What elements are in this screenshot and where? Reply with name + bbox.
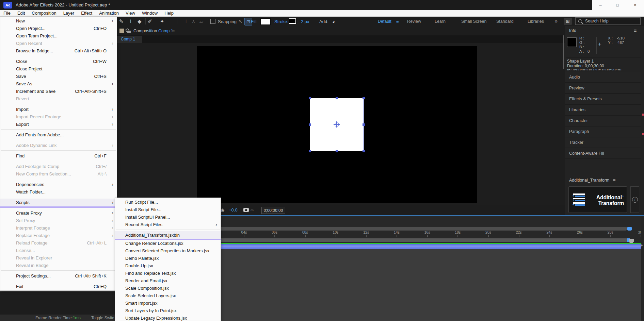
composition-name[interactable]: Comp 1 [158, 29, 173, 33]
selection-arrow-icon[interactable]: ↖ [238, 18, 243, 24]
file-menu-open-project[interactable]: Open Project... Ctrl+O [0, 24, 117, 32]
scripts-menu-install-scriptui-panel[interactable]: Install ScriptUI Panel... [115, 213, 221, 221]
file-menu-new[interactable]: New › [0, 17, 117, 24]
menubar-help[interactable]: Help [161, 10, 177, 16]
workspace-menu-icon[interactable]: ≡ [396, 19, 399, 24]
file-menu-add-footage-to-comp[interactable]: Add Footage to Comp Ctrl+/ [0, 163, 117, 170]
file-menu-revert[interactable]: Revert [0, 95, 117, 102]
menubar-layer[interactable]: Layer [60, 10, 78, 16]
file-menu-create-proxy[interactable]: Create Proxy › [0, 209, 117, 217]
file-menu-open-recent[interactable]: Open Recent › [0, 39, 117, 47]
resize-handle[interactable] [363, 150, 365, 152]
more-workspaces-icon[interactable]: » [555, 18, 558, 24]
file-menu-open-team-project[interactable]: Open Team Project... [0, 32, 117, 39]
file-menu-project-settings[interactable]: Project Settings... Ctrl+Alt+Shift+K [0, 272, 117, 280]
clone-stamp-tool-icon[interactable]: ⊥ [128, 18, 133, 24]
resize-handle[interactable] [336, 150, 338, 152]
resize-handle[interactable] [363, 123, 365, 126]
minimize-button[interactable]: – [592, 0, 609, 10]
file-menu-scripts[interactable]: Scripts › [0, 199, 117, 206]
panel-header-tracker[interactable]: Tracker [565, 137, 641, 148]
workspace-standard[interactable]: Standard [496, 19, 514, 24]
timeline-strip-icon[interactable]: ◈ [641, 243, 643, 247]
close-button[interactable]: × [627, 0, 643, 10]
workspace-learn[interactable]: Learn [435, 19, 446, 24]
tab-comp-1[interactable]: Comp 1 [117, 36, 142, 43]
scripts-menu-scale-composition-jsx[interactable]: Scale Composition.jsx [115, 284, 221, 292]
panel-grip[interactable] [119, 29, 124, 33]
search-help-box[interactable] [575, 17, 641, 25]
resize-handle[interactable] [309, 150, 311, 152]
scripts-menu-double-up-jsx[interactable]: Double-Up.jsx [115, 262, 221, 269]
file-menu-license[interactable]: License... [0, 247, 117, 254]
file-menu-reveal-in-bridge[interactable]: Reveal in Bridge [0, 261, 117, 269]
eraser-tool-icon[interactable]: ◆ [138, 18, 142, 24]
file-menu-find[interactable]: Find Ctrl+F [0, 152, 117, 159]
file-menu-new-comp-from-selection[interactable]: New Comp from Selection... Alt+\ [0, 170, 117, 178]
panel-menu-icon[interactable]: ≡ [172, 28, 175, 34]
file-menu-save[interactable]: Save Ctrl+S [0, 72, 117, 80]
workspace-review[interactable]: Review [407, 19, 421, 24]
menubar-view[interactable]: View [122, 10, 139, 16]
workspace-default[interactable]: Default [378, 19, 391, 24]
work-area-bar[interactable] [184, 238, 627, 242]
scripts-menu-demo-palette-jsx[interactable]: Demo Palette.jsx [115, 254, 221, 262]
file-menu-interpret-footage[interactable]: Interpret Footage › [0, 224, 117, 232]
file-menu-reveal-in-explorer[interactable]: Reveal in Explorer [0, 254, 117, 261]
workspace-small-screen[interactable]: Small Screen [461, 19, 486, 24]
puppet-pin-tool-icon[interactable]: ✦ [160, 18, 164, 24]
scripts-menu-change-render-locations-jsx[interactable]: Change Render Locations.jsx [115, 239, 221, 247]
file-menu-increment-and-save[interactable]: Increment and Save Ctrl+Alt+Shift+S [0, 87, 117, 95]
panel-header-paragraph[interactable]: Paragraph [565, 126, 641, 137]
unlock-icon[interactable] [127, 31, 131, 33]
plugin-menu-icon[interactable]: ≡ [613, 178, 615, 183]
file-menu-replace-footage[interactable]: Replace Footage › [0, 232, 117, 239]
file-menu-reload-footage[interactable]: Reload Footage Ctrl+Alt+L [0, 239, 117, 247]
maximize-button[interactable]: □ [609, 0, 626, 10]
resize-handle[interactable] [363, 97, 365, 99]
menubar-file[interactable]: File [0, 10, 14, 16]
panel-header-content-aware-fill[interactable]: Content-Aware Fill [565, 148, 641, 159]
file-menu-adobe-dynamic-link[interactable]: Adobe Dynamic Link › [0, 141, 117, 149]
exposure-value[interactable]: +0.0 [229, 207, 238, 213]
scripts-menu-convert-selected-properties-to-markers-jsx[interactable]: Convert Selected Properties to Markers.j… [115, 247, 221, 254]
file-menu-add-fonts-from-adobe[interactable]: Add Fonts from Adobe... [0, 131, 117, 138]
file-menu-export[interactable]: Export › [0, 120, 117, 128]
file-menu-import[interactable]: Import › [0, 105, 117, 113]
timeline-scroll-strip[interactable] [641, 216, 644, 321]
stroke-color-swatch[interactable] [289, 19, 295, 23]
brush-tool-icon[interactable]: ✎ [119, 18, 124, 24]
link-icon[interactable]: ∞ [251, 207, 254, 213]
resize-handle[interactable] [309, 97, 311, 99]
search-help-input[interactable] [584, 18, 633, 24]
file-menu-close-project[interactable]: Close Project [0, 65, 117, 72]
snapshot-camera-icon[interactable] [243, 208, 249, 212]
menubar-effect[interactable]: Effect [78, 10, 96, 16]
apps-icon[interactable]: ⊞ [564, 18, 572, 25]
scripts-menu-additional-transform-jsxbin[interactable]: Additional_Transform.jsxbin [115, 231, 221, 239]
scripts-menu-run-script-file[interactable]: Run Script File... [115, 198, 221, 206]
panel-header-effects-presets[interactable]: Effects & Presets [565, 94, 641, 105]
workspace-libraries[interactable]: Libraries [528, 19, 544, 24]
panel-header-audio[interactable]: Audio [565, 72, 641, 83]
plugin-info-button[interactable]: i [630, 186, 639, 213]
scripts-menu-find-and-replace-text-jsx[interactable]: Find and Replace Text.jsx [115, 269, 221, 277]
scripts-menu-sort-layers-by-in-point-jsx[interactable]: Sort Layers by In Point.jsx [115, 307, 221, 314]
fill-label[interactable]: Fill: [251, 19, 258, 24]
stroke-label[interactable]: Stroke: [274, 19, 288, 24]
scripts-menu-render-and-email-jsx[interactable]: Render and Email.jsx [115, 277, 221, 284]
exposure-icon[interactable]: ◉ [221, 207, 224, 213]
selected-shape-layer[interactable] [310, 98, 364, 151]
menubar-composition[interactable]: Composition [28, 10, 60, 16]
file-menu-save-as[interactable]: Save As › [0, 80, 117, 87]
panel-header-preview[interactable]: Preview [565, 83, 641, 94]
current-time-field[interactable]: 0;00;00;00 [261, 207, 285, 214]
viewer-canvas[interactable] [197, 46, 477, 203]
resize-handle[interactable] [336, 97, 338, 99]
panel-scrollbar[interactable] [563, 35, 564, 69]
roto-brush-tool-icon[interactable]: ✐ [148, 18, 152, 24]
menubar-animation[interactable]: Animation [96, 10, 122, 16]
info-menu-icon[interactable]: ≡ [634, 28, 637, 33]
fill-color-swatch[interactable] [260, 18, 271, 25]
resize-handle[interactable] [309, 123, 311, 126]
